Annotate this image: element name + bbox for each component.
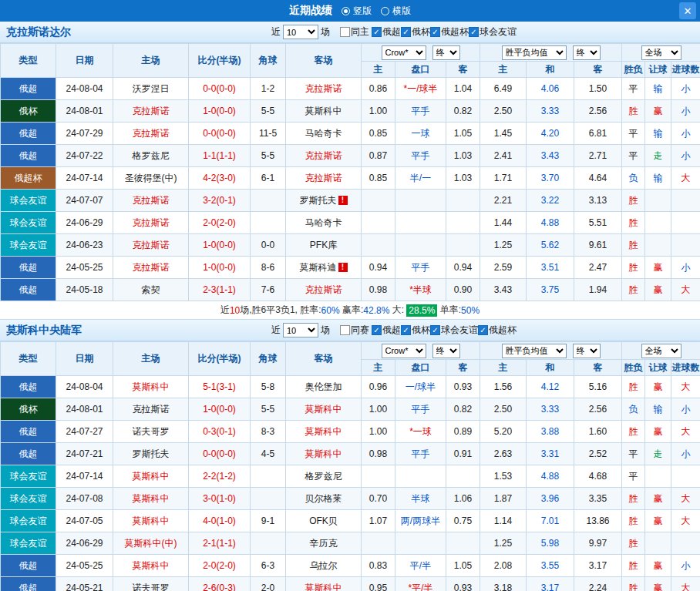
match-date: 24-05-25	[56, 555, 113, 577]
league-type-badge: 球会友谊	[1, 190, 56, 212]
handicap-line: 一球	[395, 123, 446, 145]
corner-score: 0-0	[251, 234, 286, 257]
result-handicap	[645, 234, 671, 257]
result-goals	[671, 234, 700, 257]
league-filter-checkbox[interactable]: ✓俄超	[372, 25, 401, 39]
league-type-badge: 俄超	[1, 78, 56, 100]
recent-matches-table: 类型 日期 主场 比分(半场) 角球 客场 Crow* 终 胜平负均值 终	[0, 43, 700, 301]
odds-home	[362, 190, 395, 212]
result-wdl: 平	[622, 78, 645, 100]
home-team: 克拉斯诺	[113, 234, 189, 257]
away-team: 莫斯科中	[286, 100, 362, 123]
checkbox-unchecked-icon	[340, 27, 350, 37]
result-goals: 小	[671, 443, 700, 465]
league-filter-checkbox[interactable]: ✓俄超杯	[430, 25, 469, 39]
corner-score: 5-5	[251, 145, 286, 167]
titlebar: 近期战绩 竖版 横版 ✕	[0, 0, 700, 22]
result-goals: 小	[671, 100, 700, 123]
same-filter-checkbox[interactable]: 同主	[340, 25, 369, 39]
avg-final-select[interactable]: 终	[573, 45, 601, 60]
match-row: 俄超24-05-25克拉斯诺1-0(0-0)8-6莫斯科迪!0.94平手0.94…	[1, 257, 700, 279]
summary-segment: 42.8%	[363, 305, 389, 316]
odds-home: 0.83	[362, 555, 395, 577]
col-let-ball: 让球	[645, 62, 671, 78]
result-goals	[671, 212, 700, 234]
avg-draw: 7.01	[527, 510, 574, 532]
away-team: 奥伦堡加	[286, 376, 362, 398]
avg-type-select[interactable]: 胜平负均值	[502, 344, 567, 358]
col-corner: 角球	[251, 44, 286, 78]
scope-select[interactable]: 全场	[641, 45, 681, 60]
result-wdl: 胜	[622, 234, 645, 257]
away-team: 罗斯托夫!	[286, 190, 362, 212]
odds-final-select[interactable]: 终	[432, 45, 460, 60]
odds-home: 1.07	[362, 510, 395, 532]
odds-group-header: Crow* 终	[362, 342, 480, 360]
checkbox-checked-icon: ✓	[469, 27, 479, 37]
odds-home: 0.95	[362, 577, 395, 591]
odds-company-select[interactable]: Crow*	[382, 45, 426, 60]
avg-draw: 3.31	[527, 443, 574, 465]
odds-company-select[interactable]: Crow*	[382, 344, 426, 358]
match-date: 24-07-29	[56, 123, 113, 145]
radio-horizontal-label: 横版	[392, 5, 411, 18]
match-date: 24-06-29	[56, 212, 113, 234]
away-team: 辛历克	[286, 532, 362, 555]
league-type-badge: 球会友谊	[1, 488, 56, 510]
avg-away: 5.16	[574, 376, 622, 398]
avg-away: 1.94	[574, 279, 622, 301]
odds-final-select[interactable]: 终	[432, 344, 460, 358]
avg-type-select[interactable]: 胜平负均值	[502, 45, 567, 60]
col-odds-home: 主	[362, 360, 395, 376]
league-filter-checkbox[interactable]: ✓俄杯	[401, 25, 430, 39]
handicap-line: 两/两球半	[395, 510, 446, 532]
league-filter-checkbox[interactable]: ✓球会友谊	[469, 25, 517, 39]
layout-radio-horizontal[interactable]: 横版	[381, 5, 411, 18]
result-wdl: 胜	[622, 577, 645, 591]
odds-home	[362, 212, 395, 234]
match-date: 24-08-04	[56, 376, 113, 398]
league-filter-label: 俄杯	[412, 25, 430, 39]
recent-count-select[interactable]: 10	[283, 323, 318, 337]
league-type-badge: 俄超	[1, 145, 56, 167]
recent-count-select[interactable]: 10	[283, 25, 318, 39]
odds-away: 0.93	[446, 376, 480, 398]
league-filter-checkbox[interactable]: ✓俄超杯	[478, 324, 517, 337]
avg-home: 1.45	[480, 123, 527, 145]
team-section-cska: 莫斯科中央陆军 近 10 场 同赛 ✓俄超✓俄杯✓球会友谊✓俄超杯 类型 日期 …	[0, 320, 700, 591]
home-team: 莫斯科中	[113, 555, 189, 577]
result-goals: 小	[671, 555, 700, 577]
home-team: 罗斯托夫	[113, 443, 189, 465]
result-handicap: 赢	[645, 257, 671, 279]
odds-away: 1.05	[446, 555, 480, 577]
close-button[interactable]: ✕	[679, 2, 696, 19]
avg-home: 2.63	[480, 443, 527, 465]
matches-tbody: 俄超24-08-04沃罗涅日0-0(0-0)1-2克拉斯诺0.86*一/球半1.…	[1, 78, 700, 301]
match-date: 24-07-22	[56, 145, 113, 167]
league-type-badge: 球会友谊	[1, 234, 56, 257]
match-row: 俄超24-05-25莫斯科中2-0(2-0)6-3乌拉尔0.83平/半1.052…	[1, 555, 700, 577]
home-team: 克拉斯诺	[113, 398, 189, 421]
odds-away: 0.91	[446, 443, 480, 465]
section-header: 莫斯科中央陆军 近 10 场 同赛 ✓俄超✓俄杯✓球会友谊✓俄超杯	[0, 320, 700, 341]
away-team: 莫斯科迪!	[286, 257, 362, 279]
league-filter-checkbox[interactable]: ✓球会友谊	[430, 324, 478, 337]
avg-group-header: 胜平负均值 终	[480, 44, 622, 62]
league-filter-checkbox[interactable]: ✓俄超	[372, 324, 401, 337]
avg-away: 3.35	[574, 488, 622, 510]
odds-away: 0.82	[446, 100, 480, 123]
avg-final-select[interactable]: 终	[573, 344, 601, 358]
result-wdl: 胜	[622, 532, 645, 555]
same-filter-checkbox[interactable]: 同赛	[340, 324, 369, 337]
league-filter-checkbox[interactable]: ✓俄杯	[401, 324, 430, 337]
away-team: 乌拉尔	[286, 555, 362, 577]
corner-score: 9-1	[251, 510, 286, 532]
same-filter-label: 同主	[351, 25, 369, 39]
scope-select[interactable]: 全场	[641, 344, 681, 358]
avg-away: 9.97	[574, 532, 622, 555]
layout-radio-vertical[interactable]: 竖版	[342, 5, 372, 18]
col-handicap: 盘口	[395, 62, 446, 78]
col-let-ball: 让球	[645, 360, 671, 376]
league-type-badge: 俄超	[1, 376, 56, 398]
handicap-line: 平手	[395, 443, 446, 465]
